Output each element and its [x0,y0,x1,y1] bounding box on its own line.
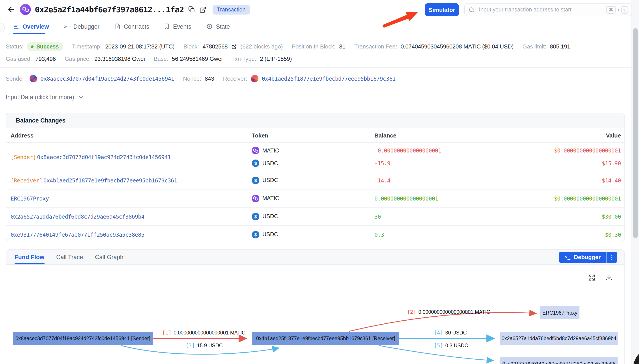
gas-price-label: Gas price: [65,56,91,62]
address-link[interactable]: 0x8aacec3d7077d04f19ac924d2743fc0de14569… [37,154,171,160]
global-search[interactable]: ⌘ + k [464,3,632,16]
summary-row-1: Status: Success Timestamp: 2023-09-21 08… [6,40,570,52]
fund-flow-diagram: [1]0.000000000000000001 MATIC [2]0.00000… [6,265,624,364]
usd-value: $0.000000000000000001 [515,147,624,154]
base-fee-field: Base: 56.249581469 Gwei [154,56,223,62]
tab-fund-flow[interactable]: Fund Flow [15,254,44,260]
scrollbar-thumb[interactable] [633,28,638,238]
receiver-address-link[interactable]: 0x4b1aed25f1877e1e9fbecbd77eee95bb1679c3… [262,75,396,82]
node-receiver[interactable]: 0x4b1aed25f1877e1e9fbecbd77eee95bb1679c3… [252,332,399,345]
nonce-field: Nonce: 843 [183,75,214,82]
address-link[interactable]: 0xe931777640149fe67ae0771ff250ac93a5c38e… [11,231,144,238]
external-link-icon[interactable] [199,6,207,13]
divider [0,68,631,68]
arrow-left-icon [7,5,15,14]
tab-call-trace[interactable]: Call Trace [56,254,83,260]
position-value: 31 [339,43,346,50]
tab-debugger[interactable]: >_ Debugger [64,23,100,30]
col-value: Value [515,132,624,138]
fee-value: 0.074045903045960208 MATIC ($0.04 USD) [401,43,513,50]
debugger-button[interactable]: >_Debugger ⋮ [559,252,617,263]
receiver-avatar [251,75,258,82]
edge-label-4: [4]30 USDC [434,330,467,336]
node-0x2a6527[interactable]: 0x2a6527a1dda76bedf6bd8c7d29ae6a45cf3869… [500,332,618,345]
search-input[interactable] [478,6,606,13]
tab-label: Contracts [124,23,149,30]
transaction-hash-title: 0x2e5a2f1a44bf6e7f397a8612...1fa2 [35,5,184,14]
timestamp-field: Timestamp: 2023-09-21 08:17:32 (UTC) [72,43,174,50]
gas-limit-field: Gas limit: 805,191 [522,43,570,50]
tab-label: Debugger [74,23,100,30]
top-bar: 0x2e5a2f1a44bf6e7f397a8612...1fa2 Transa… [0,0,639,19]
sender-field: Sender: 0x8aacec3d7077d04f19ac924d2743fc… [6,75,174,82]
tab-call-graph[interactable]: Call Graph [95,254,124,260]
node-sender[interactable]: 0x8aacec3d7077d04f19ac924d2743fc0de14569… [13,332,153,345]
balance-value: 0.000000000000000001 [374,195,515,202]
shortcut-cmd-key: ⌘ [606,6,616,14]
terminal-icon: >_ [64,24,70,29]
tab-contracts[interactable]: Contracts [115,23,149,30]
table-row: 0x2a6527a1dda76bedf6bd8c7d29ae6a45cf3869… [6,208,624,226]
block-external-link-icon[interactable] [231,44,237,49]
status-field: Status: Success [6,42,63,51]
search-icon [468,6,475,13]
col-balance: Balance [374,132,515,138]
usd-value: $0.30 [515,231,624,238]
txn-type-field: Txn Type: 2 (EIP-1559) [231,56,292,62]
node-erc1967proxy[interactable]: ERC1967Proxy [540,306,579,319]
address-link[interactable]: 0x2a6527a1dda76bedf6bd8c7d29ae6a45cf3869… [11,213,144,220]
tab-overview[interactable]: Overview [13,23,49,30]
status-label: Status: [6,43,24,50]
terminal-icon: >_ [564,254,570,260]
bookmark-icon [164,23,170,30]
token-name: MATIC [262,195,279,202]
sender-address-link[interactable]: 0x8aacec3d7077d04f19ac924d2743fc0de14569… [40,75,174,82]
tab-state[interactable]: State [206,23,230,30]
balance-value: 0.3 [374,231,515,238]
block-value: 47802568 [202,43,228,50]
node-0xe93177[interactable]: 0xe931777640149fe67ae0771ff250ac93a5c38e… [500,358,618,364]
fund-flow-tabbar: Fund Flow Call Trace Call Graph >_Debugg… [6,250,624,265]
status-dot-icon [31,45,34,48]
kebab-menu-icon[interactable]: ⋮ [607,254,617,260]
document-icon [115,23,120,30]
nonce-value: 843 [205,75,214,82]
sender-avatar [29,75,37,82]
usd-value: $30.00 [515,213,624,220]
address-tag: [Receiver] [11,177,43,184]
input-data-toggle[interactable]: Input Data (click for more) [6,90,85,104]
status-badge: Success [27,42,63,51]
page-tabs: Overview >_ Debugger Contracts Events St… [0,19,639,34]
col-address: Address [6,132,252,138]
tab-label: Overview [23,23,49,30]
debugger-button-label: Debugger [574,254,601,260]
edge-label-3: [3]15.9 USDC [186,342,223,348]
position-field: Position In Block: 31 [292,43,346,50]
back-button[interactable] [6,5,16,14]
usd-value: $0.000000000000000001 [515,195,624,202]
block-label: Block: [184,43,199,50]
edge-label-2: [2]0.000000000000000001 MATIC [407,309,490,315]
usdc-token-icon: $ [252,176,259,184]
summary-row-2: Gas used: 793,496 Gas price: 93.31603819… [6,53,292,65]
balance-changes-title: Balance Changes [6,113,624,128]
edge-label-5: [5]0.3 USDC [434,342,468,348]
balance-table-header: Address Token Balance Value [6,128,624,143]
status-value: Success [36,44,59,50]
copy-icon[interactable] [188,6,195,13]
address-link[interactable]: 0x4b1aed25f1877e1e9fbecbd77eee95bb1679c3… [44,177,177,184]
usd-value: $15.90 [515,160,624,166]
timestamp-label: Timestamp: [72,43,102,50]
table-row: [Sender] 0x8aacec3d7077d04f19ac924d2743f… [6,143,624,172]
tab-events[interactable]: Events [164,23,191,30]
chevron-down-icon [78,94,85,100]
col-token: Token [252,132,374,138]
simulator-button[interactable]: Simulator [425,3,459,16]
edge-label-1: [1]0.000000000000000001 MATIC [162,330,245,336]
target-icon [206,23,212,30]
gas-limit-label: Gas limit: [522,43,546,50]
gas-price-field: Gas price: 93.316038198 Gwei [65,56,145,62]
balance-value: 30 [374,213,515,220]
shortcut-plus: + [617,7,620,12]
address-link[interactable]: ERC1967Proxy [11,195,49,202]
